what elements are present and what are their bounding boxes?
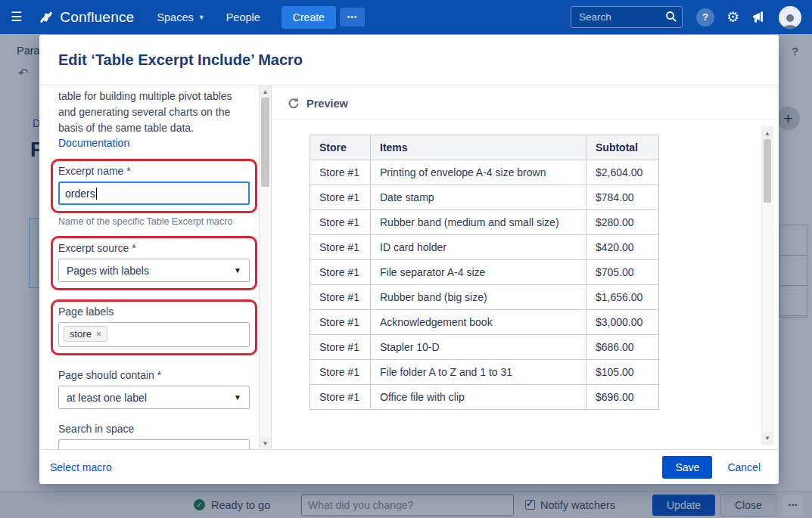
table-row: Store #1Printing of envelope A-4 size br…: [310, 160, 659, 185]
excerpt-name-label: Excerpt name *: [58, 165, 250, 177]
announcements-button[interactable]: [751, 11, 767, 24]
subtotal-cell: $696.00: [586, 385, 659, 410]
preview-title: Preview: [306, 98, 348, 110]
nav-people[interactable]: People: [226, 11, 260, 23]
preview-scrollbar[interactable]: ▲ ▼: [761, 126, 773, 445]
scrollbar-thumb[interactable]: [764, 139, 771, 203]
table-header-row: Store Items Subtotal: [310, 135, 659, 160]
store-cell: Store #1: [310, 235, 371, 260]
dialog-header: Edit ‘Table Excerpt Include’ Macro: [39, 35, 779, 85]
table-row: Store #1Rubber band (medium and small si…: [310, 210, 659, 235]
refresh-icon[interactable]: [288, 98, 300, 110]
store-cell: Store #1: [310, 185, 371, 210]
app-title: Confluence: [60, 9, 134, 26]
header-items: Items: [371, 135, 586, 160]
store-cell: Store #1: [310, 360, 371, 385]
select-arrow-icon: ▼: [234, 393, 241, 402]
excerpt-source-value: Pages with labels: [67, 265, 149, 277]
preview-pane: Preview Store Items Subtotal Store #1Pri…: [271, 85, 779, 449]
edit-macro-dialog: Edit ‘Table Excerpt Include’ Macro table…: [39, 35, 779, 484]
nav-spaces[interactable]: Spaces ▼: [157, 11, 204, 23]
page-should-contain-label: Page should contain *: [58, 369, 250, 381]
store-cell: Store #1: [310, 285, 371, 310]
subtotal-cell: $420.00: [586, 235, 659, 260]
header-store: Store: [310, 135, 371, 160]
macro-description: table for building multiple pivot tables…: [58, 88, 250, 136]
select-macro-link[interactable]: Select macro: [50, 461, 112, 473]
dialog-footer: Select macro Save Cancel: [39, 449, 779, 484]
megaphone-icon: [751, 11, 767, 24]
dialog-title: Edit ‘Table Excerpt Include’ Macro: [58, 51, 758, 69]
top-navbar: ☰ Confluence Spaces ▼ People Create ••• …: [0, 0, 812, 34]
avatar[interactable]: [779, 6, 801, 29]
table-row: Store #1Date stamp$784.00: [310, 185, 659, 210]
user-silhouette-icon: [781, 12, 799, 29]
label-tag-text: store: [70, 328, 92, 340]
scroll-down-icon[interactable]: ▼: [762, 432, 773, 444]
store-cell: Store #1: [310, 335, 371, 360]
excerpt-source-select[interactable]: Pages with labels ▼: [58, 259, 250, 282]
item-cell: File separator A-4 size: [371, 260, 586, 285]
item-cell: Rubber band (medium and small size): [371, 210, 586, 235]
item-cell: Date stamp: [371, 185, 586, 210]
item-cell: Acknowledgement book: [371, 310, 586, 335]
store-cell: Store #1: [310, 160, 371, 185]
preview-header: Preview: [272, 85, 779, 119]
help-button[interactable]: ?: [696, 8, 714, 26]
item-cell: Rubber band (big size): [371, 285, 586, 310]
subtotal-cell: $2,604.00: [586, 160, 659, 185]
subtotal-cell: $686.00: [586, 335, 659, 360]
subtotal-cell: $1,656.00: [586, 285, 659, 310]
table-row: Store #1ID card holder$420.00: [310, 235, 659, 260]
save-button[interactable]: Save: [662, 456, 712, 479]
documentation-link[interactable]: Documentation: [58, 137, 129, 149]
hamburger-menu-icon[interactable]: ☰: [11, 9, 22, 25]
search-box: [571, 6, 683, 28]
settings-button[interactable]: ⚙: [726, 8, 739, 26]
create-button[interactable]: Create: [282, 6, 336, 29]
scroll-down-icon[interactable]: ▼: [260, 437, 271, 449]
excerpt-source-label: Excerpt source *: [58, 242, 250, 254]
nav-people-label: People: [226, 11, 260, 23]
subtotal-cell: $105.00: [586, 360, 659, 385]
annotation-excerpt-name: Excerpt name * orders: [51, 159, 257, 213]
tag-remove-icon[interactable]: ×: [96, 329, 101, 340]
subtotal-cell: $784.00: [586, 185, 659, 210]
search-in-space-group: Search in space: [58, 423, 250, 449]
scrollbar-track[interactable]: [260, 98, 271, 437]
excerpt-name-value: orders: [65, 188, 95, 200]
screen: ☰ Confluence Spaces ▼ People Create ••• …: [0, 0, 812, 518]
excerpt-name-help: Name of the specific Table Excerpt macro: [58, 216, 250, 227]
dialog-body: table for building multiple pivot tables…: [39, 85, 779, 449]
page-labels-input[interactable]: store ×: [58, 322, 250, 347]
gear-icon: ⚙: [726, 8, 739, 26]
form-scrollbar[interactable]: ▲ ▼: [259, 85, 271, 449]
page-should-contain-select[interactable]: at least one label ▼: [58, 386, 250, 409]
page-labels-label: Page labels: [58, 306, 250, 318]
search-in-space-label: Search in space: [58, 423, 250, 435]
table-row: Store #1Rubber band (big size)$1,656.00: [310, 285, 659, 310]
table-row: Store #1Stapler 10-D$686.00: [310, 335, 659, 360]
nav-more-button[interactable]: •••: [340, 8, 366, 26]
item-cell: Stapler 10-D: [371, 335, 586, 360]
macro-form-pane: table for building multiple pivot tables…: [39, 85, 271, 449]
search-icon[interactable]: [665, 11, 677, 23]
scroll-up-icon[interactable]: ▲: [260, 85, 271, 98]
search-in-space-input[interactable]: [58, 439, 250, 449]
scroll-up-icon[interactable]: ▲: [762, 127, 773, 139]
confluence-logo[interactable]: Confluence: [39, 9, 134, 26]
cancel-link[interactable]: Cancel: [727, 461, 761, 473]
excerpt-name-input[interactable]: orders: [58, 181, 250, 205]
item-cell: Printing of envelope A-4 size brown: [371, 160, 586, 185]
store-cell: Store #1: [310, 385, 371, 410]
item-cell: Office file with clip: [371, 385, 586, 410]
subtotal-cell: $3,000.00: [586, 310, 659, 335]
scrollbar-thumb[interactable]: [261, 98, 269, 187]
scrollbar-track[interactable]: [762, 139, 773, 432]
chevron-down-icon: ▼: [198, 14, 205, 21]
store-cell: Store #1: [310, 210, 371, 235]
table-row: Store #1Office file with clip$696.00: [310, 385, 659, 410]
table-row: Store #1File separator A-4 size$705.00: [310, 260, 659, 285]
page-should-contain-value: at least one label: [67, 392, 147, 404]
item-cell: ID card holder: [371, 235, 586, 260]
